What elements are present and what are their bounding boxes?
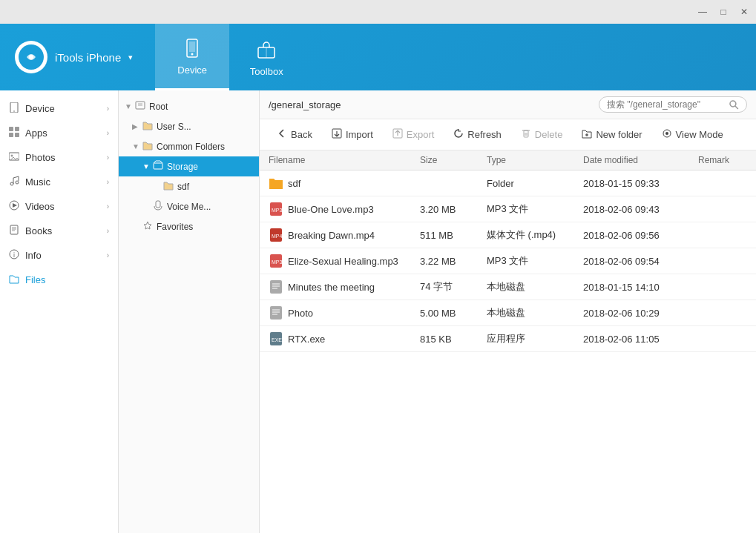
maximize-button[interactable]: □: [717, 6, 729, 18]
table-row[interactable]: sdf Folder 2018-01-15 09:33: [260, 171, 756, 196]
file-list-header: Filename Size Type Date modified Remark: [260, 150, 756, 171]
refresh-label: Refresh: [467, 129, 502, 140]
voiceme-label: Voice Me...: [167, 202, 211, 212]
storage-arrow: ▼: [142, 162, 153, 171]
table-row[interactable]: MP3 Blue-One Love.mp3 3.20 MB MP3 文件 201…: [260, 196, 756, 222]
svg-rect-52: [270, 306, 282, 320]
svg-text:MP3: MP3: [272, 208, 282, 213]
logo-icon: [19, 44, 44, 70]
file-list: Filename Size Type Date modified Remark …: [260, 150, 756, 533]
sidebar-music-arrow: ›: [107, 178, 109, 186]
sidebar-item-device[interactable]: Device ›: [0, 96, 118, 121]
sidebar-item-videos[interactable]: Videos ›: [0, 194, 118, 219]
svg-rect-29: [156, 201, 160, 208]
info-sidebar-icon: i: [9, 249, 19, 262]
commonfolders-arrow: ▼: [132, 142, 142, 150]
tree-root[interactable]: ▼ Root: [119, 96, 259, 116]
export-icon: [392, 128, 403, 141]
view-mode-button[interactable]: View Mode: [654, 124, 732, 145]
table-row[interactable]: EXE RTX.exe 815 KB 应用程序 2018-02-06 11:05: [260, 326, 756, 352]
view-mode-icon: [662, 128, 672, 141]
svg-point-1: [29, 55, 33, 59]
photos-sidebar-icon: [9, 151, 19, 164]
music-sidebar-icon: [9, 176, 19, 188]
sidebar-item-music[interactable]: Music ›: [0, 170, 118, 194]
tab-device[interactable]: Device: [155, 24, 229, 90]
view-mode-label: View Mode: [676, 129, 723, 140]
tab-toolbox[interactable]: Toolbox: [229, 24, 303, 90]
tree-panel: ▼ Root ▶ User S... ▼ Common Folders ▼: [119, 90, 260, 533]
sidebar-item-files[interactable]: Files: [0, 268, 118, 292]
sidebar-photos-arrow: ›: [107, 153, 109, 162]
file-name-sdf: sdf: [260, 176, 411, 191]
sidebar-files-label: Files: [25, 274, 45, 285]
toolbox-icon: [254, 38, 278, 62]
svg-point-8: [13, 110, 15, 112]
svg-line-32: [735, 106, 738, 109]
svg-rect-11: [9, 133, 13, 137]
voiceme-icon: [153, 200, 163, 213]
mp4-icon: MP4: [269, 228, 283, 242]
file-date-sdf: 2018-01-15 09:33: [574, 178, 689, 189]
sidebar-item-photos[interactable]: Photos ›: [0, 145, 118, 170]
files-sidebar-icon: [9, 274, 19, 286]
svg-text:i: i: [13, 251, 15, 259]
table-row[interactable]: MP4 Breaking Dawn.mp4 511 MB 媒体文件 (.mp4)…: [260, 222, 756, 248]
svg-point-15: [10, 182, 13, 185]
sidebar-videos-arrow: ›: [107, 202, 109, 211]
file-name-minutes: Minutes the meeting: [260, 279, 411, 294]
search-input[interactable]: [607, 99, 724, 110]
svg-marker-18: [13, 203, 17, 208]
file-name-photo: Photo: [260, 305, 411, 320]
app-dropdown-arrow[interactable]: ▾: [128, 53, 133, 62]
export-button[interactable]: Export: [384, 124, 443, 145]
storage-label: Storage: [167, 162, 198, 172]
commonfolders-icon: [142, 140, 153, 153]
table-row[interactable]: MP3 Elize-Sexual Healing.mp3 3.22 MB MP3…: [260, 248, 756, 274]
toolbar: Back Import Export Refresh: [260, 119, 756, 150]
sidebar: Device › Apps › Photos › Music ›: [0, 90, 119, 533]
table-row[interactable]: Minutes the meeting 74 字节 本地磁盘 2018-01-1…: [260, 274, 756, 300]
users-label: User S...: [157, 122, 191, 132]
export-label: Export: [407, 129, 435, 140]
sidebar-info-arrow: ›: [107, 251, 109, 259]
tree-commonfolders[interactable]: ▼ Common Folders: [119, 136, 259, 156]
svg-rect-9: [9, 127, 13, 131]
sidebar-music-label: Music: [25, 176, 50, 188]
root-icon: [135, 100, 145, 113]
svg-rect-28: [154, 163, 162, 169]
sdf-icon: [163, 180, 174, 193]
import-button[interactable]: Import: [323, 124, 381, 145]
svg-rect-48: [270, 280, 282, 294]
refresh-button[interactable]: Refresh: [445, 124, 510, 145]
device-sidebar-icon: [9, 102, 19, 115]
doc-icon: [269, 279, 283, 294]
sidebar-item-info[interactable]: i Info ›: [0, 243, 118, 268]
videos-sidebar-icon: [9, 200, 19, 213]
storage-icon: [153, 160, 163, 173]
sidebar-item-books[interactable]: Books ›: [0, 219, 118, 243]
header-date: Date modified: [574, 155, 689, 165]
device-icon: [180, 36, 204, 60]
new-folder-button[interactable]: New folder: [573, 124, 650, 145]
tree-sdf[interactable]: sdf: [119, 176, 259, 196]
tree-users[interactable]: ▶ User S...: [119, 116, 259, 136]
close-button[interactable]: ✕: [738, 6, 750, 18]
search-box[interactable]: [599, 96, 747, 113]
delete-button[interactable]: Delete: [513, 124, 571, 145]
svg-rect-12: [15, 133, 19, 137]
back-button[interactable]: Back: [269, 124, 321, 145]
minimize-button[interactable]: —: [697, 6, 709, 18]
sidebar-device-label: Device: [25, 103, 55, 114]
tree-voiceme[interactable]: Voice Me...: [119, 196, 259, 216]
sidebar-apps-label: Apps: [25, 128, 47, 139]
import-icon: [332, 128, 342, 141]
tree-storage[interactable]: ▼ Storage: [119, 156, 259, 176]
tree-favorites[interactable]: Favorites: [119, 216, 259, 236]
sidebar-item-apps[interactable]: Apps ›: [0, 121, 118, 145]
table-row[interactable]: Photo 5.00 MB 本地磁盘 2018-02-06 10:29: [260, 300, 756, 326]
back-icon: [277, 128, 287, 141]
header-type: Type: [478, 155, 574, 165]
delete-icon: [521, 128, 531, 141]
svg-point-14: [11, 155, 13, 157]
